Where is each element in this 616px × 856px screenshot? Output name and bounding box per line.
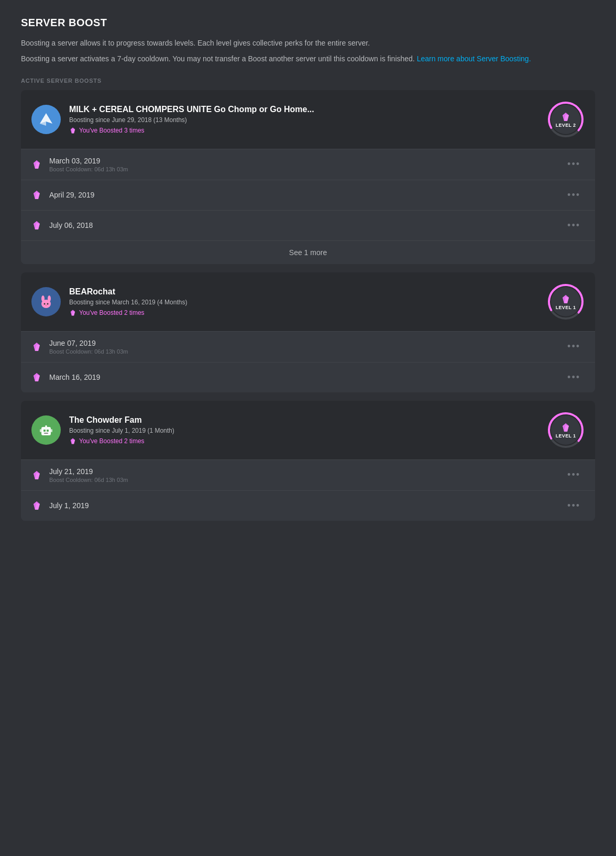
svg-point-28 [45,305,47,306]
boost-date-milk-cereal-2: July 06, 2018 [49,221,563,229]
boost-cooldown-milk-cereal-0: Boost Cooldown: 06d 13h 03m [49,166,563,172]
gem-icon-bearochat-0 [31,342,42,352]
boosted-times-bearochat: You've Boosted 2 times [69,309,538,316]
gem-icon-milk-cereal-2 [31,220,42,231]
boost-rows-bearochat: June 07, 2019 Boost Cooldown: 06d 13h 03… [21,331,595,392]
boost-row-info-bearochat-1: March 16, 2019 [49,373,563,381]
boost-row-chowder-fam-1: July 1, 2019 ••• [21,490,595,521]
server-icon-milk-cereal [31,105,61,134]
server-block-milk-cereal: MILK + CEREAL CHOMPERS UNITE Go Chomp or… [21,90,595,264]
page-title: SERVER BOOST [21,17,595,29]
boost-date-chowder-fam-0: July 21, 2019 [49,467,563,476]
level-badge-bearochat: Level 1 [547,283,585,321]
gem-icon-bearochat-1 [31,372,42,382]
boost-row-info-milk-cereal-1: April 29, 2019 [49,191,563,199]
boost-rows-chowder-fam: July 21, 2019 Boost Cooldown: 06d 13h 03… [21,459,595,521]
boost-more-menu-chowder-fam-0[interactable]: ••• [563,467,585,482]
server-name-bearochat: BEARochat [69,287,538,297]
svg-point-27 [47,303,49,304]
boost-cooldown-bearochat-0: Boost Cooldown: 06d 13h 03m [49,348,563,355]
server-icon-bearochat [31,287,61,316]
server-banner-milk-cereal: MILK + CEREAL CHOMPERS UNITE Go Chomp or… [21,90,595,149]
svg-point-26 [44,303,46,304]
svg-rect-47 [43,430,46,432]
boost-more-menu-milk-cereal-1[interactable]: ••• [563,188,585,203]
boost-cooldown-chowder-fam-0: Boost Cooldown: 06d 13h 03m [49,477,563,483]
boost-row-bearochat-1: March 16, 2019 ••• [21,362,595,392]
server-since-milk-cereal: Boosting since June 29, 2018 (13 Months) [69,116,538,124]
boost-row-info-chowder-fam-0: July 21, 2019 Boost Cooldown: 06d 13h 03… [49,467,563,483]
gem-icon-milk-cereal-1 [31,190,42,200]
description-1: Boosting a server allows it to progress … [21,37,595,49]
server-info-bearochat: BEARochat Boosting since March 16, 2019 … [69,287,538,316]
boost-date-milk-cereal-0: March 03, 2019 [49,157,563,165]
server-banner-chowder-fam: The Chowder Fam Boosting since July 1, 2… [21,401,595,459]
boost-more-menu-bearochat-0[interactable]: ••• [563,339,585,354]
boost-row-info-milk-cereal-2: July 06, 2018 [49,221,563,229]
gem-icon-milk-cereal-0 [31,159,42,170]
boost-rows-milk-cereal: March 03, 2019 Boost Cooldown: 06d 13h 0… [21,149,595,264]
level-badge-chowder-fam: Level 1 [547,411,585,449]
svg-rect-49 [44,433,48,434]
server-since-bearochat: Boosting since March 16, 2019 (4 Months) [69,299,538,306]
server-since-chowder-fam: Boosting since July 1, 2019 (1 Month) [69,427,538,434]
svg-rect-52 [40,429,41,432]
boost-row-milk-cereal-0: March 03, 2019 Boost Cooldown: 06d 13h 0… [21,149,595,180]
learn-more-link[interactable]: Learn more about Server Boosting. [417,54,531,63]
description-2: Boosting a server activates a 7-day cool… [21,53,595,64]
server-name-chowder-fam: The Chowder Fam [69,415,538,425]
boost-row-info-milk-cereal-0: March 03, 2019 Boost Cooldown: 06d 13h 0… [49,157,563,172]
boost-row-info-chowder-fam-1: July 1, 2019 [49,501,563,510]
boosted-times-chowder-fam: You've Boosted 2 times [69,437,538,445]
server-info-milk-cereal: MILK + CEREAL CHOMPERS UNITE Go Chomp or… [69,105,538,134]
boost-date-milk-cereal-1: April 29, 2019 [49,191,563,199]
gem-icon-chowder-fam-0 [31,470,42,480]
boost-more-menu-chowder-fam-1[interactable]: ••• [563,498,585,513]
svg-rect-48 [47,430,49,432]
boost-row-milk-cereal-2: July 06, 2018 ••• [21,210,595,240]
server-block-bearochat: BEARochat Boosting since March 16, 2019 … [21,272,595,392]
svg-rect-46 [41,427,51,435]
boost-date-bearochat-0: June 07, 2019 [49,339,563,347]
server-name-milk-cereal: MILK + CEREAL CHOMPERS UNITE Go Chomp or… [69,105,538,114]
boosted-times-milk-cereal: You've Boosted 3 times [69,127,538,134]
server-info-chowder-fam: The Chowder Fam Boosting since July 1, 2… [69,415,538,445]
servers-container: MILK + CEREAL CHOMPERS UNITE Go Chomp or… [21,90,595,521]
boost-row-bearochat-0: June 07, 2019 Boost Cooldown: 06d 13h 03… [21,331,595,362]
level-badge-milk-cereal: Level 2 [547,101,585,138]
svg-point-25 [48,295,51,302]
boost-row-info-bearochat-0: June 07, 2019 Boost Cooldown: 06d 13h 03… [49,339,563,355]
boost-more-menu-bearochat-1[interactable]: ••• [563,370,585,385]
server-block-chowder-fam: The Chowder Fam Boosting since July 1, 2… [21,401,595,521]
boost-more-menu-milk-cereal-0[interactable]: ••• [563,157,585,172]
section-header: ACTIVE SERVER BOOSTS [21,78,595,84]
svg-rect-53 [51,429,52,432]
boost-row-milk-cereal-1: April 29, 2019 ••• [21,180,595,210]
boost-row-chowder-fam-0: July 21, 2019 Boost Cooldown: 06d 13h 03… [21,459,595,490]
gem-icon-chowder-fam-1 [31,500,42,511]
svg-point-24 [41,295,45,302]
boost-date-chowder-fam-1: July 1, 2019 [49,501,563,510]
server-icon-chowder-fam [31,415,61,445]
see-more-milk-cereal[interactable]: See 1 more [21,240,595,264]
server-banner-bearochat: BEARochat Boosting since March 16, 2019 … [21,272,595,331]
boost-more-menu-milk-cereal-2[interactable]: ••• [563,218,585,233]
boost-date-bearochat-1: March 16, 2019 [49,373,563,381]
